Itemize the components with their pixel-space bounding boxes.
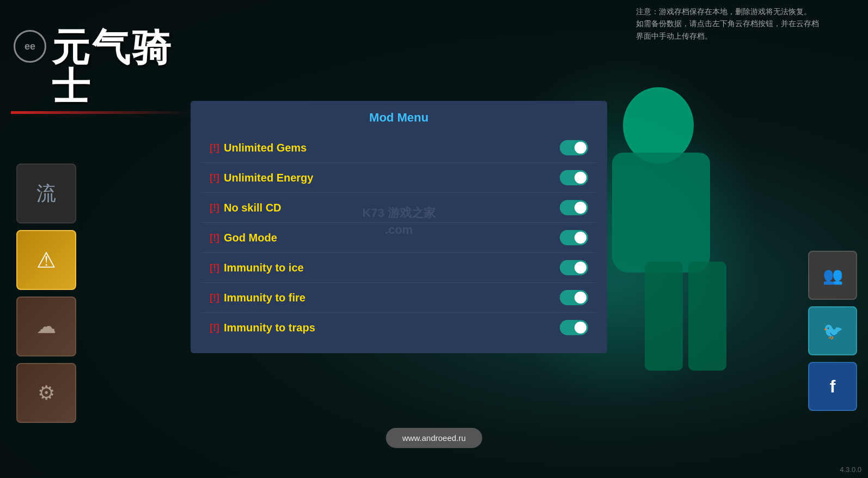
mod-item-label-immunity-ice: [!] Immunity to ice	[210, 262, 304, 274]
toggle-immunity-ice[interactable]	[560, 260, 588, 275]
mod-item-label-unlimited-energy: [!] Unlimited Energy	[210, 172, 313, 184]
mod-label-immunity-ice: Immunity to ice	[224, 262, 304, 274]
logo-area: ee 元气骑士	[11, 27, 201, 106]
mod-label-no-skill-cd: No skill CD	[224, 202, 282, 214]
left-btn-alert[interactable]: ⚠	[16, 230, 76, 290]
left-btn-settings[interactable]: ⚙	[16, 363, 76, 423]
settings-icon: ⚙	[38, 382, 55, 404]
mod-label-immunity-traps: Immunity to traps	[224, 322, 315, 334]
character-torso	[612, 153, 710, 273]
logo-underline	[11, 111, 191, 114]
mod-item-label-no-skill-cd: [!] No skill CD	[210, 202, 282, 214]
mod-label-unlimited-gems: Unlimited Gems	[224, 142, 307, 154]
right-btn-facebook[interactable]: f	[808, 362, 857, 411]
mod-icon-immunity-fire: [!]	[210, 292, 219, 304]
toggle-no-skill-cd[interactable]	[560, 200, 588, 215]
mod-item-label-god-mode: [!] God Mode	[210, 232, 277, 244]
character-leg-left	[645, 262, 683, 371]
mod-item-immunity-fire[interactable]: [!] Immunity to fire	[201, 282, 596, 312]
left-btn-character[interactable]: 流	[16, 164, 76, 223]
right-buttons: 👥 🐦 f	[808, 251, 857, 411]
url-badge[interactable]: www.androeed.ru	[386, 428, 482, 448]
mod-item-immunity-ice[interactable]: [!] Immunity to ice	[201, 252, 596, 282]
mod-icon-unlimited-gems: [!]	[210, 142, 219, 154]
mod-menu-panel: Mod Menu K73 游戏之家.com [!] Unlimited Gems…	[191, 101, 607, 353]
character-head	[623, 87, 694, 164]
mod-item-label-immunity-traps: [!] Immunity to traps	[210, 322, 315, 334]
toggle-god-mode[interactable]	[560, 230, 588, 245]
toggle-immunity-traps[interactable]	[560, 320, 588, 335]
version-text: 4.3.0.0	[840, 465, 861, 474]
toggle-immunity-fire[interactable]	[560, 290, 588, 305]
mod-label-unlimited-energy: Unlimited Energy	[224, 172, 313, 184]
mod-item-unlimited-energy[interactable]: [!] Unlimited Energy	[201, 162, 596, 192]
mod-menu-items: [!] Unlimited Gems [!] Unlimited Energy …	[191, 133, 607, 353]
mod-item-label-immunity-fire: [!] Immunity to fire	[210, 292, 305, 304]
right-btn-twitter[interactable]: 🐦	[808, 306, 857, 355]
logo-circle: ee	[14, 30, 46, 63]
twitter-icon: 🐦	[823, 322, 843, 341]
users-icon: 👥	[823, 266, 843, 285]
toggle-unlimited-energy[interactable]	[560, 170, 588, 185]
mod-label-god-mode: God Mode	[224, 232, 277, 244]
left-buttons: 流 ⚠ ☁ ⚙	[16, 164, 76, 423]
mod-item-god-mode[interactable]: [!] God Mode	[201, 222, 596, 252]
cloud-icon: ☁	[36, 315, 56, 338]
notice-text: 注意：游戏存档保存在本地，删除游戏将无法恢复。 如需备份数据，请点击左下角云存档…	[636, 5, 819, 42]
facebook-icon: f	[830, 377, 836, 397]
mod-item-label-unlimited-gems: [!] Unlimited Gems	[210, 142, 307, 154]
character-icon: 流	[36, 180, 56, 207]
left-btn-cloud[interactable]: ☁	[16, 297, 76, 356]
mod-item-unlimited-gems[interactable]: [!] Unlimited Gems	[201, 133, 596, 162]
mod-icon-god-mode: [!]	[210, 232, 219, 244]
mod-item-no-skill-cd[interactable]: [!] No skill CD	[201, 192, 596, 222]
mod-icon-immunity-traps: [!]	[210, 322, 219, 334]
mod-menu-title: Mod Menu	[191, 101, 607, 133]
logo-title: 元气骑士	[52, 27, 201, 106]
mod-icon-unlimited-energy: [!]	[210, 172, 219, 184]
mod-item-immunity-traps[interactable]: [!] Immunity to traps	[201, 312, 596, 342]
mod-icon-immunity-ice: [!]	[210, 262, 219, 274]
mod-icon-no-skill-cd: [!]	[210, 202, 219, 214]
alert-icon: ⚠	[36, 247, 56, 273]
character-leg-right	[688, 262, 726, 371]
mod-label-immunity-fire: Immunity to fire	[224, 292, 305, 304]
toggle-unlimited-gems[interactable]	[560, 140, 588, 155]
right-btn-users[interactable]: 👥	[808, 251, 857, 300]
